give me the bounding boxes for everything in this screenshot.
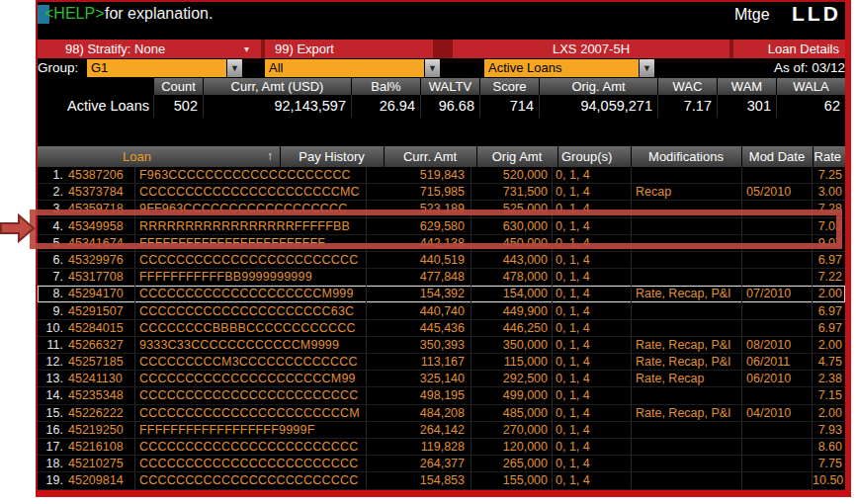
- summary-column-header: WALA: [776, 78, 845, 95]
- table-row[interactable]: 16.45219250FFFFFFFFFFFFFFFFFF9999F264,14…: [38, 422, 845, 439]
- summary-column-header: Score: [479, 78, 539, 95]
- table-row[interactable]: 18.45210275CCCCCCCCCCCCCCCCCCCCCCCC264,3…: [38, 456, 845, 472]
- column-header-orig-amt[interactable]: Orig Amt: [476, 146, 557, 167]
- cell-curr-amt: 442,138: [367, 235, 471, 251]
- loan-rows: 1.45387206F963CCCCCCCCCCCCCCCCCCCC519,84…: [38, 167, 845, 490]
- cell-modifications: [632, 422, 742, 438]
- table-row[interactable]: 7.45317708FFFFFFFFFFFBB9999999999477,848…: [38, 269, 845, 286]
- cell-curr-amt: 154,853: [367, 472, 471, 488]
- table-row[interactable]: 15.45226222CCCCCCCCCCCCCCCCCCCCCCCM484,2…: [38, 405, 845, 422]
- column-header-curr-amt[interactable]: Curr. Amt: [384, 146, 476, 167]
- loan-id: 45294170: [63, 286, 124, 301]
- status-dropdown-caret-icon[interactable]: ▼: [639, 59, 654, 77]
- status-dropdown[interactable]: Active Loans ▼: [484, 59, 654, 77]
- cell-mod-date: 08/2010: [742, 337, 813, 353]
- cell-modifications: Rate, Recap, P&I: [632, 337, 742, 353]
- stratify-button[interactable]: 98) Stratify: None ▾: [38, 40, 261, 58]
- pool-dropdown-caret-icon[interactable]: ▼: [424, 59, 440, 77]
- scrollbar-vertical[interactable]: [845, 0, 851, 497]
- column-header-rate[interactable]: Rate: [813, 146, 843, 167]
- table-row[interactable]: 9.45291507CCCCCCCCCCCCCCCCCCCCC63C440,74…: [38, 303, 845, 320]
- cell-mod-date: [742, 387, 813, 403]
- loan-id: 45359718: [63, 201, 124, 216]
- row-number: 15.: [38, 405, 63, 421]
- filter-bar: Group: G1 ▼ All ▼ Active Loans ▼ As of: …: [38, 59, 845, 78]
- cell-mod-date: 04/2010: [742, 405, 813, 421]
- cell-pay-history: CCCCCCCCCCCCCCCCCCCCCM99: [135, 371, 367, 386]
- loan-id: 45341674: [63, 235, 124, 251]
- cell-modifications: [632, 320, 742, 336]
- cell-loan-id: 17.45216108: [38, 439, 135, 455]
- row-number: 2.: [38, 184, 63, 200]
- table-row[interactable]: 2.45373784CCCCCCCCCCCCCCCCCCCCCCMC715,98…: [38, 184, 845, 201]
- cell-modifications: Rate, Recap, P&I: [632, 286, 742, 301]
- cell-curr-amt: 629,580: [367, 218, 471, 234]
- cell-pay-history: F963CCCCCCCCCCCCCCCCCCCC: [135, 167, 367, 183]
- cell-groups: 0, 1, 4: [553, 218, 632, 234]
- row-number: 3.: [38, 201, 63, 216]
- cell-mod-date: 06/2011: [742, 354, 813, 370]
- cell-modifications: [632, 472, 742, 488]
- column-header-groups[interactable]: Group(s): [561, 146, 612, 167]
- help-link[interactable]: <HELP>: [44, 5, 104, 23]
- pool-dropdown[interactable]: All ▼: [265, 59, 440, 77]
- cell-curr-amt: 264,142: [367, 422, 471, 438]
- table-row[interactable]: 11.452663279333C33CCCCCCCCCCCCM9999350,3…: [38, 337, 845, 354]
- cell-groups: 0, 1, 4: [553, 303, 632, 319]
- cell-rate: 7.03: [813, 218, 845, 234]
- cell-pay-history: CCCCCCCCBBBBCCCCCCCCCCCC: [135, 320, 367, 336]
- cell-modifications: [632, 439, 742, 455]
- loan-id: 45210275: [63, 456, 124, 471]
- table-row[interactable]: 19.45209814CCCCCCCCCCCCCCCCCCCCCCCC154,8…: [38, 472, 845, 489]
- table-row[interactable]: 14.45235348CCCCCCCCCCCCCCCCCCCCCCCC498,1…: [38, 387, 845, 404]
- cell-groups: 0, 1, 4: [553, 201, 632, 216]
- cell-groups: 0, 1, 4: [553, 184, 632, 200]
- cell-groups: 0, 1, 4: [553, 405, 632, 421]
- table-row[interactable]: 12.45257185CCCCCCCCCM3CCCCCCCCCCCCC113,1…: [38, 354, 845, 371]
- export-button[interactable]: 99) Export: [265, 40, 433, 58]
- table-row[interactable]: 3.453597189FF963CCCCCCCCCCCCCCCCCC523,18…: [38, 201, 845, 217]
- sort-ascending-icon[interactable]: ↑: [267, 146, 273, 167]
- cell-orig-amt: 155,000: [471, 472, 553, 488]
- cell-curr-amt: 119,828: [367, 439, 471, 455]
- group-dropdown-caret-icon[interactable]: ▼: [226, 59, 242, 77]
- table-row[interactable]: 17.45216108CCCCCCCCCCCCCCCCCCCCCCCC119,8…: [38, 439, 845, 456]
- row-number: 17.: [38, 439, 63, 455]
- cell-curr-amt: 498,195: [367, 387, 471, 403]
- table-row[interactable]: 8.45294170CCCCCCCCCCCCCCCCCCCCM999154,39…: [38, 286, 845, 302]
- cell-rate: 7.28: [813, 201, 845, 216]
- summary-values-row: Active Loans 50292,143,59726.9496.687149…: [38, 95, 845, 118]
- table-row[interactable]: 13.45241130CCCCCCCCCCCCCCCCCCCCCM99325,1…: [38, 371, 845, 387]
- table-row[interactable]: 6.45329976CCCCCCCCCCCCCCCCCCCCCCCC440,51…: [38, 252, 845, 269]
- row-number: 4.: [38, 218, 63, 234]
- column-header-modifications[interactable]: Modifications: [631, 146, 741, 167]
- cell-groups: 0, 1, 4: [553, 354, 632, 370]
- cell-mod-date: [742, 303, 813, 319]
- cell-orig-amt: 485,000: [471, 405, 553, 421]
- table-row[interactable]: 10.45284015CCCCCCCCBBBBCCCCCCCCCCCC445,4…: [38, 320, 845, 337]
- cell-modifications: [632, 387, 742, 403]
- cell-rate: 2.00: [813, 405, 845, 421]
- loan-id: 45317708: [63, 269, 124, 285]
- table-row[interactable]: 1.45387206F963CCCCCCCCCCCCCCCCCCCC519,84…: [38, 167, 845, 184]
- cell-mod-date: [742, 269, 813, 285]
- cell-rate: 6.97: [813, 320, 845, 336]
- cell-orig-amt: 350,000: [471, 337, 553, 353]
- table-row[interactable]: 4.45349958RRRRRRRRRRRRRRRRRFFFFFBB629,58…: [38, 218, 845, 235]
- summary-value-cell: 96.68: [420, 95, 479, 118]
- cell-groups: 0, 1, 4: [553, 422, 632, 438]
- table-row[interactable]: 5.45341674FFFFFFFFFFFFFFFFFFFFFFFF442,13…: [38, 235, 845, 252]
- cell-curr-amt: 113,167: [367, 354, 471, 370]
- group-label: Group:: [38, 60, 78, 75]
- loan-id: 45241130: [63, 371, 123, 386]
- column-header-pay-history[interactable]: Pay History: [280, 146, 384, 167]
- cell-orig-amt: 270,000: [471, 422, 553, 438]
- row-number: 16.: [38, 422, 63, 438]
- cell-curr-amt: 264,377: [367, 456, 471, 471]
- cell-orig-amt: 520,000: [471, 167, 553, 183]
- cell-rate: 6.97: [813, 252, 845, 268]
- group-dropdown[interactable]: G1 ▼: [87, 59, 242, 77]
- column-header-mod-date[interactable]: Mod Date: [741, 146, 813, 167]
- cell-loan-id: 18.45210275: [38, 456, 135, 471]
- column-header-loan[interactable]: Loan: [123, 146, 151, 167]
